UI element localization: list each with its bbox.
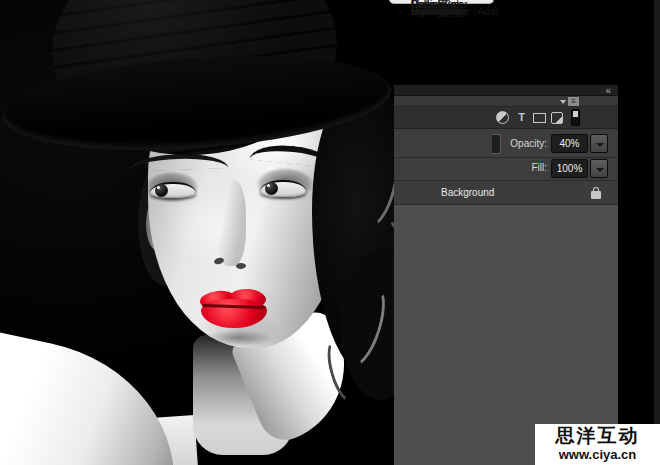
panel-header-bar: « (394, 85, 618, 96)
fill-label: Fill: (499, 162, 547, 173)
photo-iris-left (155, 184, 168, 197)
panel-flyout-menu-icon[interactable]: ≡ (560, 97, 580, 106)
blend-opacity-row: Opacity: 40% (394, 129, 618, 158)
lock-icon (591, 187, 601, 199)
photoshop-window: « ≡ T Opacity: 40% Fill: 100% Curves 1Gr… (0, 0, 660, 465)
photo-iris-right (265, 182, 278, 195)
flyout-triangle-icon (560, 100, 566, 104)
filter-adjustment-layers-icon[interactable] (496, 111, 509, 124)
menu-item-luminosity[interactable]: Luminosity (390, 6, 411, 19)
filter-type-layers-icon[interactable]: T (515, 111, 528, 124)
photo-red-lips (198, 288, 270, 330)
panel-tab-bar: ≡ (394, 96, 618, 107)
photo-eye-right (260, 180, 306, 197)
menu-item-label: Luminosity (411, 6, 459, 19)
filter-shape-layers-icon[interactable] (533, 113, 546, 123)
fill-row: Fill: 100% (394, 158, 618, 181)
opacity-dropdown-button[interactable] (590, 134, 608, 153)
photo-nose-shadow (216, 180, 246, 266)
watermark-url-text: www.ciya.cn (535, 447, 660, 462)
blend-mode-menu: DarkenMultiplyColor BurnLinear BurnDarke… (389, 0, 494, 4)
layer-filter-bar: T (394, 107, 618, 129)
layers-panel: « ≡ T Opacity: 40% Fill: 100% Curves 1Gr… (394, 85, 618, 465)
fill-value[interactable]: 100% (551, 159, 588, 178)
filter-smart-objects-icon[interactable] (551, 112, 563, 124)
opacity-label: Opacity: (499, 138, 547, 149)
opacity-value[interactable]: 40% (551, 134, 588, 153)
photo-eyebrow-left (128, 152, 228, 171)
photo-collar-left (0, 330, 198, 465)
layer-filtering-toggle[interactable] (571, 109, 580, 126)
photo-eye-left (150, 182, 196, 198)
layer-name: Background (441, 187, 494, 198)
watermark: 思洋互动 www.ciya.cn (535, 424, 660, 465)
fill-dropdown-button[interactable] (590, 159, 608, 178)
collapse-panels-icon[interactable]: « (605, 85, 610, 96)
layer-row-background[interactable]: Background (394, 181, 618, 205)
flyout-lines-icon: ≡ (568, 97, 579, 106)
photo-nostril-right (236, 263, 246, 270)
lock-body (591, 191, 601, 199)
window-right-edge (654, 0, 660, 465)
watermark-chinese-text: 思洋互动 (535, 424, 660, 447)
photo-chin-shadow (203, 330, 273, 346)
